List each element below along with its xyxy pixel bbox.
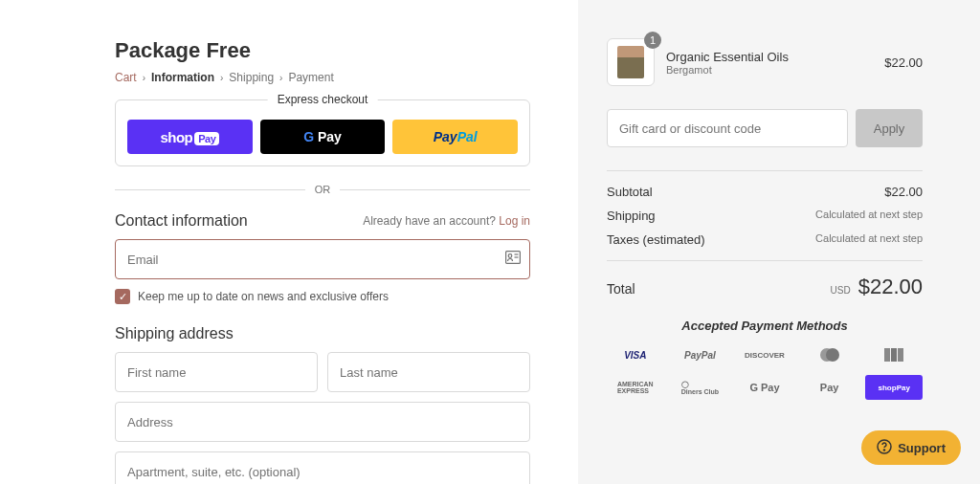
product-variant: Bergamot <box>666 64 873 76</box>
total-currency: USD <box>831 285 851 296</box>
shipping-heading: Shipping address <box>115 325 530 342</box>
svg-rect-7 <box>891 348 897 362</box>
support-button[interactable]: Support <box>861 430 961 465</box>
address-input[interactable] <box>115 402 530 442</box>
apartment-input[interactable] <box>115 451 530 484</box>
breadcrumb-payment: Payment <box>288 71 333 84</box>
or-divider: OR <box>115 184 530 195</box>
total-value: $22.00 <box>858 275 923 299</box>
shoppay-icon: shopPay <box>865 375 923 400</box>
already-account-text: Already have an account? Log in <box>363 214 530 228</box>
newsletter-label: Keep me up to date on news and exclusive… <box>138 290 389 303</box>
svg-rect-6 <box>884 348 890 362</box>
amex-icon: AMERICANEXPRESS <box>607 375 664 400</box>
login-link[interactable]: Log in <box>499 214 530 228</box>
chevron-right-icon: › <box>143 73 145 83</box>
jcb-icon <box>865 342 923 367</box>
apply-button[interactable]: Apply <box>856 109 923 147</box>
discount-input[interactable] <box>607 109 848 147</box>
accepted-payments-title: Accepted Payment Methods <box>607 319 923 333</box>
svg-point-1 <box>508 254 512 258</box>
applepay-icon: Pay <box>801 375 858 400</box>
product-thumbnail: 1 <box>607 38 655 86</box>
breadcrumb-cart[interactable]: Cart <box>115 71 137 84</box>
email-input[interactable] <box>115 239 530 279</box>
express-checkout-box: Express checkout shopPay G Pay PayPal <box>115 99 530 166</box>
question-icon <box>877 439 892 457</box>
svg-point-5 <box>826 348 839 362</box>
svg-rect-8 <box>898 348 903 362</box>
contact-heading: Contact information <box>115 212 248 230</box>
quantity-badge: 1 <box>644 32 661 49</box>
taxes-value: Calculated at next step <box>815 232 923 247</box>
newsletter-checkbox[interactable]: ✓ <box>115 289 130 304</box>
brand-title: Package Free <box>115 38 530 63</box>
shoppay-button[interactable]: shopPay <box>127 120 253 154</box>
subtotal-label: Subtotal <box>607 185 653 199</box>
paypal-button[interactable]: PayPal <box>392 120 518 154</box>
contact-card-icon <box>505 251 521 268</box>
breadcrumb: Cart › Information › Shipping › Payment <box>115 71 530 84</box>
last-name-input[interactable] <box>327 352 530 392</box>
shipping-value: Calculated at next step <box>815 209 923 223</box>
shipping-label: Shipping <box>607 209 656 223</box>
subtotal-value: $22.00 <box>884 185 923 199</box>
taxes-label: Taxes (estimated) <box>607 232 705 247</box>
breadcrumb-information: Information <box>151 71 214 84</box>
gpay-icon: G Pay <box>736 375 793 400</box>
breadcrumb-shipping: Shipping <box>229 71 274 84</box>
svg-point-10 <box>884 449 885 450</box>
product-price: $22.00 <box>884 55 923 70</box>
chevron-right-icon: › <box>220 73 223 83</box>
payment-methods-grid: VISA PayPal DISCOVER AMERICANEXPRESS ◯Di… <box>607 342 923 400</box>
discover-icon: DISCOVER <box>736 342 793 367</box>
diners-icon: ◯Diners Club <box>672 375 729 400</box>
visa-icon: VISA <box>607 342 664 367</box>
gpay-button[interactable]: G Pay <box>260 120 386 154</box>
express-checkout-label: Express checkout <box>268 93 378 106</box>
paypal-icon: PayPal <box>672 342 729 367</box>
mastercard-icon <box>801 342 858 367</box>
cart-item: 1 Organic Essential Oils Bergamot $22.00 <box>607 38 923 86</box>
total-label: Total <box>607 281 635 297</box>
chevron-right-icon: › <box>279 73 282 83</box>
first-name-input[interactable] <box>115 352 318 392</box>
product-name: Organic Essential Oils <box>666 50 873 64</box>
